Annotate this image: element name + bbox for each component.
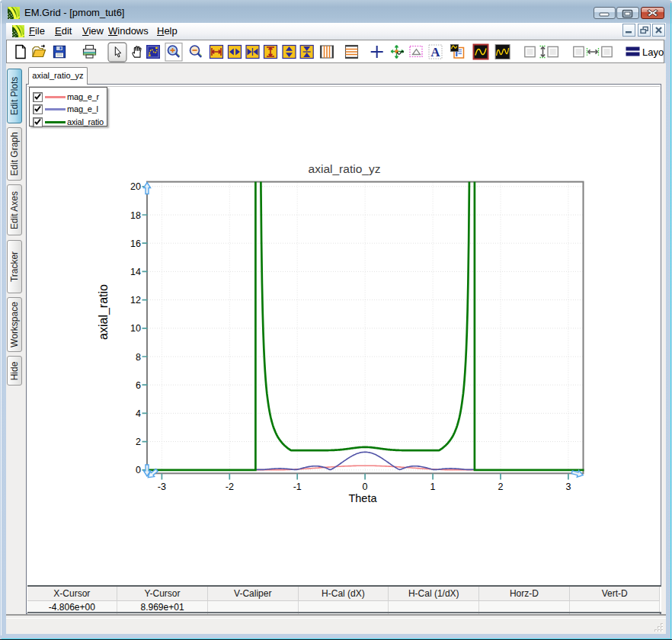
svg-text:Layout: Layout bbox=[642, 46, 664, 58]
svg-text:A: A bbox=[430, 45, 440, 59]
svg-text:2: 2 bbox=[136, 437, 141, 447]
svg-text:0: 0 bbox=[363, 482, 368, 492]
svg-text:12: 12 bbox=[130, 295, 141, 306]
svg-text:-2: -2 bbox=[226, 482, 234, 492]
svg-text:10: 10 bbox=[130, 323, 141, 334]
svg-text:14: 14 bbox=[130, 267, 141, 277]
svg-text:18: 18 bbox=[130, 210, 141, 221]
svg-text:axial_ratio_yz: axial_ratio_yz bbox=[309, 162, 381, 175]
svg-text:Theta: Theta bbox=[348, 492, 377, 504]
svg-text:1: 1 bbox=[430, 482, 436, 492]
svg-text:-3: -3 bbox=[158, 482, 166, 492]
svg-text:6: 6 bbox=[136, 380, 141, 391]
svg-text:0: 0 bbox=[136, 465, 141, 475]
svg-text:axial_ratio: axial_ratio bbox=[97, 284, 110, 340]
svg-text:-1: -1 bbox=[293, 482, 302, 492]
svg-text:3: 3 bbox=[565, 482, 571, 492]
svg-text:16: 16 bbox=[130, 238, 141, 249]
svg-text:2: 2 bbox=[498, 482, 504, 492]
svg-text:4: 4 bbox=[136, 408, 141, 419]
svg-text:20: 20 bbox=[130, 181, 141, 192]
svg-text:8: 8 bbox=[136, 352, 141, 363]
